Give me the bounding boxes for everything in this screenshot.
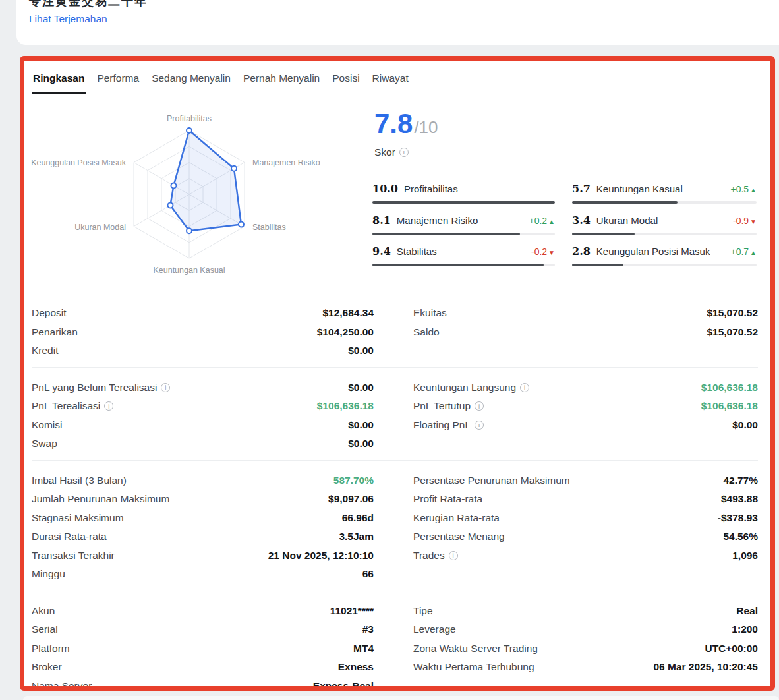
stat-label: Akun xyxy=(32,605,55,617)
stat-label: Transaksi Terakhir xyxy=(32,550,115,562)
info-icon[interactable]: i xyxy=(475,421,484,430)
stat-label: Saldo xyxy=(413,326,440,338)
info-icon[interactable]: i xyxy=(475,401,484,411)
tab-pernah-menyalin[interactable]: Pernah Menyalin xyxy=(242,73,321,94)
stat-row-persentase-menang: Persentase Menang54.56% xyxy=(413,527,758,546)
bar-score-value: 10.0 xyxy=(372,183,398,195)
original-language-text: 专注黄金交易二十年 xyxy=(29,0,148,9)
bar-label: Manajemen Risiko xyxy=(397,215,529,226)
stat-row-komisi: Komisi$0.00 xyxy=(32,416,374,435)
stat-label: Imbal Hasil (3 Bulan) xyxy=(32,475,127,486)
radar-point-keunggulan-posisi-masuk xyxy=(171,183,176,188)
stat-label: PnL Tertutupi xyxy=(413,400,484,412)
info-icon[interactable]: i xyxy=(161,383,170,392)
score-label: Skor xyxy=(374,146,395,158)
stat-label: Kredit xyxy=(32,345,59,357)
tab-performa[interactable]: Performa xyxy=(96,73,140,94)
bar-track xyxy=(572,201,757,204)
bar-track xyxy=(372,264,555,266)
stat-row-imbal-hasil-3-bulan: Imbal Hasil (3 Bulan)587.70% xyxy=(32,471,374,490)
translate-link[interactable]: Lihat Terjemahan xyxy=(29,13,107,25)
stat-value: 21 Nov 2025, 12:10:10 xyxy=(268,550,374,562)
score-max: /10 xyxy=(414,117,438,138)
info-icon[interactable]: i xyxy=(104,401,113,411)
score-bar-stabilitas: 9.4Stabilitas-0.2▼ xyxy=(372,245,555,266)
stat-label: Persentase Menang xyxy=(413,531,505,542)
radar-point-stabilitas xyxy=(239,222,244,227)
stat-row-serial: Serial#3 xyxy=(32,620,374,639)
tab-riwayat[interactable]: Riwayat xyxy=(371,73,410,94)
stat-value: MT4 xyxy=(353,643,374,655)
info-icon[interactable]: i xyxy=(449,551,458,560)
tab-sedang-menyalin[interactable]: Sedang Menyalin xyxy=(150,73,232,94)
bar-track xyxy=(372,201,555,204)
radar-svg: ProfitabilitasManajemen RisikoStabilitas… xyxy=(24,107,374,291)
bar-track xyxy=(572,233,757,235)
stat-value: $106,636.18 xyxy=(701,382,758,394)
stat-row-waktu-pertama-terhubung: Waktu Pertama Terhubung06 Mar 2025, 10:2… xyxy=(413,658,758,677)
score-bar-keuntungan-kasual: 5.7Keuntungan Kasual+0.5▲ xyxy=(572,183,757,204)
radar-axis-label-manajemen-risiko: Manajemen Risiko xyxy=(252,158,320,167)
stat-row-ekuitas: Ekuitas$15,070.52 xyxy=(413,304,758,323)
stat-label: Persentase Penurunan Maksimum xyxy=(413,475,570,486)
radar-axis-label-profitabilitas: Profitabilitas xyxy=(167,114,212,123)
bar-fill xyxy=(372,233,520,235)
stat-row-platform: PlatformMT4 xyxy=(32,639,374,658)
info-icon[interactable]: i xyxy=(520,383,529,392)
stat-label: Platform xyxy=(32,643,70,655)
triangle-down-icon: ▼ xyxy=(750,218,757,225)
score-bar-manajemen-risiko: 8.1Manajemen Risiko+0.2▲ xyxy=(372,214,555,235)
stat-row-profit-rata-rata: Profit Rata-rata$493.88 xyxy=(413,490,758,509)
radar-axis-label-ukuran-modal: Ukuran Modal xyxy=(74,223,126,232)
stat-value: 66.96d xyxy=(342,512,374,524)
stat-label: Tradesi xyxy=(413,550,458,562)
stat-row-swap: Swap$0.00 xyxy=(32,434,374,453)
stat-value: Real xyxy=(736,605,758,617)
stat-label: Stagnasi Maksimum xyxy=(32,512,124,524)
score-bar-ukuran-modal: 3.4Ukuran Modal-0.9▼ xyxy=(572,214,757,235)
account-summary-card: RingkasanPerformaSedang MenyalinPernah M… xyxy=(20,56,775,691)
tab-bar: RingkasanPerformaSedang MenyalinPernah M… xyxy=(32,73,410,94)
bar-delta: -0.9▼ xyxy=(733,216,757,226)
stat-label: Ekuitas xyxy=(413,307,447,319)
stat-label: Kerugian Rata-rata xyxy=(413,512,500,524)
bar-score-value: 8.1 xyxy=(372,214,391,227)
stats-column-right: Persentase Penurunan Maksimum42.77%Profi… xyxy=(413,471,758,584)
radar-axis-label-keunggulan-posisi-masuk: Keunggulan Posisi Masuk xyxy=(31,158,127,167)
bar-label: Ukuran Modal xyxy=(596,215,733,226)
score-bars-right: 5.7Keuntungan Kasual+0.5▲3.4Ukuran Modal… xyxy=(572,183,757,277)
stat-value: $106,636.18 xyxy=(701,400,758,412)
stat-row-persentase-penurunan-maksimum: Persentase Penurunan Maksimum42.77% xyxy=(413,471,758,490)
stat-value: UTC+00:00 xyxy=(705,643,758,655)
stat-label: Minggu xyxy=(32,568,65,580)
stats-section-3: Imbal Hasil (3 Bulan)587.70%Jumlah Penur… xyxy=(32,460,758,591)
stat-row-stagnasi-maksimum: Stagnasi Maksimum66.96d xyxy=(32,509,374,528)
stat-row-saldo: Saldo$15,070.52 xyxy=(413,323,758,342)
bar-score-value: 3.4 xyxy=(572,214,591,227)
stats-column-left: Deposit$12,684.34Penarikan$104,250.00Kre… xyxy=(32,304,374,361)
stat-value: $12,684.34 xyxy=(322,307,374,319)
bar-score-value: 5.7 xyxy=(572,183,591,195)
stat-label: Tipe xyxy=(413,605,433,617)
stat-label: Komisi xyxy=(32,419,63,431)
triangle-up-icon: ▲ xyxy=(750,249,757,256)
radar-data-polygon xyxy=(170,131,241,231)
stat-value: 42.77% xyxy=(723,475,758,486)
tab-posisi[interactable]: Posisi xyxy=(331,73,361,94)
stat-value: 1,096 xyxy=(732,550,758,562)
score-radar-chart: ProfitabilitasManajemen RisikoStabilitas… xyxy=(24,107,374,291)
score-info-icon[interactable]: i xyxy=(399,148,409,157)
stat-row-pnl-yang-belum-terealisasi: PnL yang Belum Terealisasii$0.00 xyxy=(32,378,374,397)
stat-value: $106,636.18 xyxy=(317,400,374,412)
bar-label: Keunggulan Posisi Masuk xyxy=(596,246,731,257)
score-bars-left: 10.0Profitabilitas8.1Manajemen Risiko+0.… xyxy=(372,183,555,277)
triangle-up-icon: ▲ xyxy=(750,187,757,194)
stat-value: 3.5Jam xyxy=(339,531,374,542)
bar-delta: +0.2▲ xyxy=(529,216,555,226)
stats-column-right: Keuntungan Langsungi$106,636.18PnL Tertu… xyxy=(413,378,758,453)
stat-value: $0.00 xyxy=(348,438,374,450)
tab-ringkasan[interactable]: Ringkasan xyxy=(32,73,86,94)
bar-label: Keuntungan Kasual xyxy=(596,183,731,194)
stat-value: $0.00 xyxy=(348,419,374,431)
stat-row-deposit: Deposit$12,684.34 xyxy=(32,304,374,323)
